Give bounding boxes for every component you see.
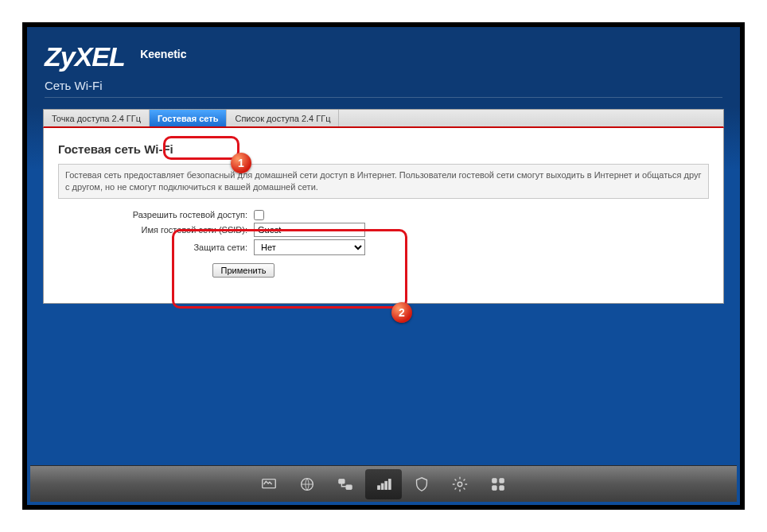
tab-guest-network[interactable]: Гостевая сеть — [150, 110, 227, 126]
svg-rect-7 — [388, 479, 391, 489]
monitor-icon[interactable] — [251, 469, 287, 499]
panel-title: Гостевая сеть Wi-Fi — [58, 142, 709, 156]
security-label: Защита сети: — [122, 243, 249, 252]
main-panel: Гостевая сеть Wi-Fi Гостевая сеть предос… — [43, 128, 724, 304]
svg-rect-4 — [378, 485, 380, 489]
network-icon[interactable] — [327, 469, 364, 499]
svg-rect-12 — [500, 485, 504, 490]
svg-rect-6 — [385, 481, 387, 489]
svg-rect-11 — [493, 485, 497, 490]
svg-rect-2 — [339, 479, 345, 483]
shield-icon[interactable] — [403, 469, 440, 499]
svg-rect-5 — [381, 483, 384, 489]
model-name: Keenetic — [140, 48, 186, 60]
brand-logo: ZyXEL — [45, 41, 125, 72]
header: ZyXEL Keenetic Сеть Wi-Fi — [27, 27, 740, 109]
allow-guest-checkbox[interactable] — [254, 210, 264, 220]
page-title: Сеть Wi-Fi — [45, 79, 722, 98]
gear-icon[interactable] — [442, 469, 478, 499]
bottom-toolbar — [30, 465, 737, 502]
info-box: Гостевая сеть предоставляет безопасный д… — [58, 164, 709, 199]
apps-icon[interactable] — [480, 469, 516, 499]
tab-access-list[interactable]: Список доступа 2.4 ГГц — [227, 110, 339, 126]
security-select[interactable]: Нет — [254, 239, 365, 255]
svg-rect-3 — [346, 484, 352, 489]
wifi-icon[interactable] — [365, 469, 402, 499]
svg-rect-9 — [493, 478, 497, 483]
ssid-label: Имя гостевой сети (SSID): — [122, 225, 249, 235]
guest-form: Разрешить гостевой доступ: Имя гостевой … — [122, 210, 709, 278]
apply-button[interactable]: Применить — [212, 263, 275, 278]
tab-access-point[interactable]: Точка доступа 2.4 ГГц — [44, 110, 150, 126]
allow-guest-label: Разрешить гостевой доступ: — [122, 210, 249, 219]
svg-rect-10 — [500, 478, 504, 483]
tab-bar: Точка доступа 2.4 ГГц Гостевая сеть Спис… — [43, 109, 724, 128]
globe-icon[interactable] — [289, 469, 325, 499]
ssid-input[interactable] — [254, 223, 365, 237]
svg-point-8 — [457, 482, 462, 487]
